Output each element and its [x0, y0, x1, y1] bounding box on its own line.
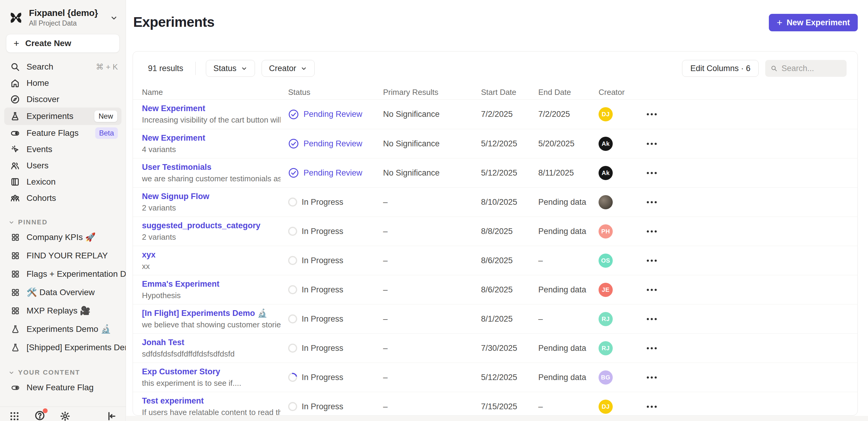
sidebar-item-experiments[interactable]: Experiments New — [4, 107, 121, 125]
table-row[interactable]: Exp Customer Story this experiment is to… — [133, 363, 858, 392]
table-row[interactable]: New Signup Flow 2 variants In Progress –… — [133, 187, 858, 217]
column-header-status: Status — [288, 88, 383, 97]
table-search — [765, 60, 846, 77]
experiment-name-link[interactable]: Exp Customer Story — [142, 367, 281, 377]
board-icon — [11, 269, 20, 279]
edit-columns-button[interactable]: Edit Columns · 6 — [682, 60, 758, 77]
primary-results-value: – — [383, 314, 481, 324]
pinned-item-flags-experimentation-demo[interactable]: Flags + Experimentation Demo — [0, 265, 126, 283]
experiment-name-link[interactable]: [In Flight] Experiments Demo 🔬 — [142, 309, 281, 318]
sidebar-item-search[interactable]: Search ⌘ + K — [0, 59, 126, 75]
creator-filter-button[interactable]: Creator — [261, 60, 315, 77]
gear-icon[interactable] — [60, 411, 70, 421]
plus-icon: + — [777, 17, 782, 28]
experiment-name-link[interactable]: New Experiment — [142, 133, 281, 143]
sidebar-item-home[interactable]: Home — [0, 75, 126, 91]
table-row[interactable]: New Experiment Increasing visibility of … — [133, 100, 858, 129]
experiment-name-link[interactable]: Emma's Experiment — [142, 280, 281, 289]
creator-avatar: OS — [598, 254, 613, 268]
row-actions-button[interactable] — [647, 198, 674, 206]
table-row[interactable]: Emma's Experiment Hypothesis In Progress… — [133, 275, 858, 304]
check-circle-icon — [288, 138, 299, 149]
table-row[interactable]: Test experiment If users have relatable … — [133, 392, 858, 416]
pinned-item-company-kpis[interactable]: Company KPIs 🚀 — [0, 228, 126, 246]
help-button[interactable] — [34, 410, 45, 421]
project-subtitle: All Project Data — [29, 19, 104, 27]
apps-grid-icon[interactable] — [9, 411, 20, 421]
your-content-item-new-feature-flag[interactable]: New Feature Flag — [0, 378, 126, 397]
table-row[interactable]: suggested_products_category 2 variants I… — [133, 217, 858, 246]
status-cell: In Progress — [288, 373, 383, 382]
row-actions-button[interactable] — [647, 286, 674, 294]
row-actions-button[interactable] — [647, 315, 674, 323]
sidebar-item-discover[interactable]: Discover — [0, 91, 126, 107]
status-filter-button[interactable]: Status — [206, 60, 255, 77]
board-icon — [11, 306, 20, 315]
search-input[interactable] — [781, 64, 841, 73]
table-row[interactable]: User Testimonials we are sharing custome… — [133, 158, 858, 187]
row-actions-button[interactable] — [647, 402, 674, 411]
create-new-button[interactable]: + Create New — [6, 34, 120, 53]
progress-circle-icon — [288, 227, 297, 236]
status-label: In Progress — [302, 314, 343, 324]
experiment-name-link[interactable]: Test experiment — [142, 396, 281, 406]
start-date-value: 5/12/2025 — [481, 139, 538, 149]
start-date-value: 8/1/2025 — [481, 314, 538, 324]
pinned-item-shipped-experiments-demo[interactable]: [Shipped] Experiments Demo 🖊️ — [0, 338, 126, 357]
experiment-name-link[interactable]: New Experiment — [142, 104, 281, 113]
experiments-table-body: New Experiment Increasing visibility of … — [133, 100, 858, 416]
collapse-sidebar-icon[interactable] — [106, 411, 117, 421]
experiments-card: 91 results Status Creator Edit Columns ·… — [133, 51, 858, 416]
board-icon — [11, 233, 20, 242]
experiment-name-link[interactable]: suggested_products_category — [142, 221, 281, 230]
new-experiment-button[interactable]: + New Experiment — [769, 14, 858, 31]
pinned-item-experiments-demo[interactable]: Experiments Demo 🔬 — [0, 320, 126, 338]
pinned-item-data-overview[interactable]: 🛠️ Data Overview — [0, 283, 126, 301]
creator-avatar: Ak — [598, 137, 613, 151]
sidebar-item-feature-flags[interactable]: Feature Flags Beta — [0, 125, 126, 141]
sidebar-item-events[interactable]: Events — [0, 141, 126, 158]
column-header-primary-results: Primary Results — [383, 88, 481, 97]
experiment-subtitle: this experiment is to see if.... — [142, 379, 281, 388]
pinned-item-mxp-replays[interactable]: MXP Replays 🎥 — [0, 301, 126, 320]
table-row[interactable]: Jonah Test sdfdsfdsfsdfdffdfdsfsdfdsfd I… — [133, 333, 858, 363]
table-row[interactable]: [In Flight] Experiments Demo 🔬 we believ… — [133, 304, 858, 333]
status-cell: In Progress — [288, 198, 383, 207]
sidebar-item-lexicon[interactable]: Lexicon — [0, 174, 126, 190]
start-date-value: 8/6/2025 — [481, 285, 538, 294]
flask-icon — [11, 325, 20, 334]
sidebar-item-users[interactable]: Users — [0, 158, 126, 174]
chevron-down-icon — [8, 369, 14, 376]
table-row[interactable]: New Experiment 4 variants Pending Review… — [133, 129, 858, 158]
table-row[interactable]: xyx xx In Progress – 8/6/2025 – OS — [133, 246, 858, 275]
row-actions-button[interactable] — [647, 110, 674, 118]
status-label: In Progress — [302, 402, 343, 411]
your-content-section-header[interactable]: YOUR CONTENT — [0, 368, 126, 377]
status-cell: Pending Review — [288, 138, 383, 149]
bottom-strip — [126, 416, 868, 421]
row-actions-button[interactable] — [647, 374, 674, 382]
pinned-item-find-your-replay[interactable]: FIND YOUR REPLAY — [0, 246, 126, 265]
end-date-value: 5/20/2025 — [538, 139, 598, 149]
row-actions-button[interactable] — [647, 227, 674, 235]
row-actions-button[interactable] — [647, 140, 674, 148]
row-actions-button[interactable] — [647, 344, 674, 352]
creator-avatar: DJ — [598, 107, 613, 121]
pinned-section-header[interactable]: PINNED — [0, 218, 126, 226]
project-selector[interactable]: Fixpanel {demo} All Project Data — [0, 0, 126, 30]
creator-avatar: RJ — [598, 341, 613, 355]
status-label: Pending Review — [304, 109, 362, 119]
end-date-value: – — [538, 314, 598, 324]
sidebar-item-cohorts[interactable]: Cohorts — [0, 190, 126, 206]
row-actions-button[interactable] — [647, 257, 674, 265]
creator-avatar: BG — [598, 370, 613, 385]
status-cell: In Progress — [288, 314, 383, 324]
row-actions-button[interactable] — [647, 169, 674, 177]
experiment-name-link[interactable]: New Signup Flow — [142, 192, 281, 201]
end-date-value: 8/11/2025 — [538, 168, 598, 178]
experiment-name-link[interactable]: xyx — [142, 250, 281, 260]
check-circle-icon — [288, 109, 299, 120]
experiment-name-link[interactable]: User Testimonials — [142, 163, 281, 172]
status-cell: In Progress — [288, 256, 383, 265]
experiment-name-link[interactable]: Jonah Test — [142, 338, 281, 347]
